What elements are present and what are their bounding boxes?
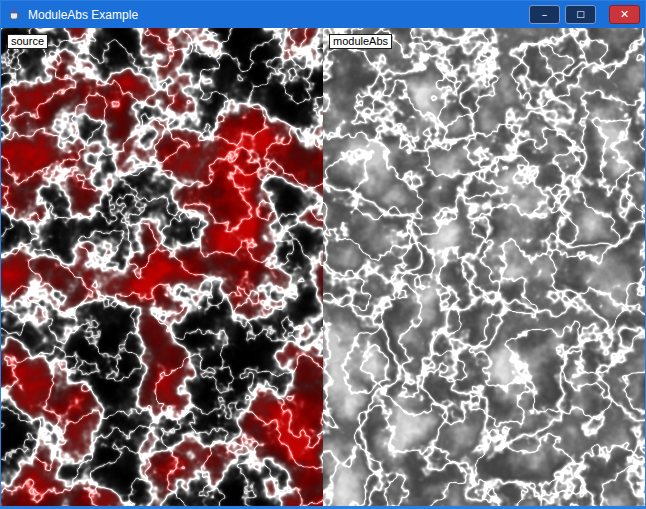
panel-label-source: source (7, 34, 48, 49)
maximize-button[interactable]: □ (565, 5, 596, 24)
source-noise-image (1, 28, 323, 506)
window-title: ModuleAbs Example (28, 8, 138, 22)
moduleabs-noise-image (323, 28, 645, 506)
minimize-button[interactable]: – (529, 5, 560, 24)
title-bar[interactable]: ModuleAbs Example – □ ✕ (1, 1, 645, 28)
content-area: source moduleAbs (1, 28, 645, 506)
window-controls: – □ ✕ (529, 5, 645, 24)
app-window: ModuleAbs Example – □ ✕ source moduleAbs (0, 0, 646, 509)
close-button[interactable]: ✕ (609, 5, 640, 24)
app-icon (7, 7, 22, 22)
panel-source: source (1, 28, 323, 506)
panel-moduleabs: moduleAbs (323, 28, 645, 506)
panel-label-moduleabs: moduleAbs (329, 34, 392, 49)
